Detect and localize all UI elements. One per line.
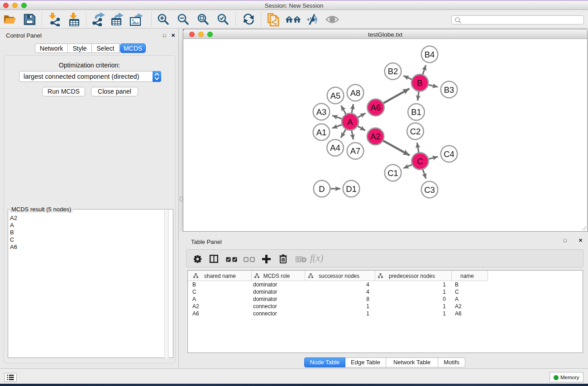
svg-text:B1: B1 xyxy=(411,107,421,117)
svg-text:A3: A3 xyxy=(316,107,327,117)
svg-text:D1: D1 xyxy=(346,184,357,194)
svg-text:C1: C1 xyxy=(387,168,398,178)
svg-text:B4: B4 xyxy=(425,50,435,59)
svg-text:A5: A5 xyxy=(330,91,341,100)
svg-text:B3: B3 xyxy=(444,85,454,95)
svg-text:A4: A4 xyxy=(330,143,340,152)
svg-text:C4: C4 xyxy=(444,149,454,159)
svg-text:A8: A8 xyxy=(350,88,361,98)
svg-text:C2: C2 xyxy=(410,127,421,136)
svg-text:D: D xyxy=(319,184,325,194)
svg-text:B2: B2 xyxy=(388,67,398,76)
svg-text:A: A xyxy=(347,117,353,127)
svg-text:B: B xyxy=(417,78,422,88)
svg-text:C3: C3 xyxy=(424,185,435,195)
svg-text:A1: A1 xyxy=(316,128,327,137)
svg-text:A6: A6 xyxy=(371,103,381,112)
svg-text:C: C xyxy=(417,157,423,166)
svg-text:A2: A2 xyxy=(370,132,381,141)
svg-text:A7: A7 xyxy=(350,146,361,156)
